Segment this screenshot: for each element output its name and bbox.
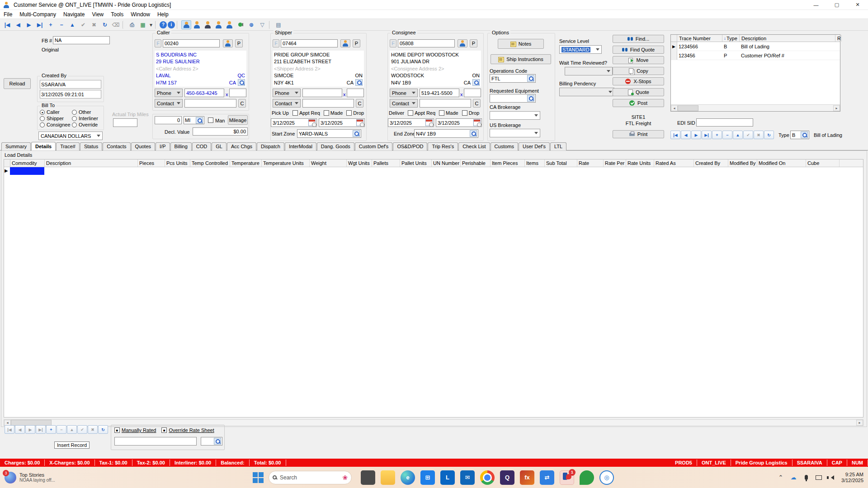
load-details-column-header[interactable]: Temp Controlled bbox=[190, 160, 230, 167]
rate-lookup-field[interactable] bbox=[201, 437, 222, 446]
caller-phone-type-select[interactable]: Phone bbox=[155, 89, 183, 97]
tab-acc-chgs[interactable]: Acc Chgs bbox=[227, 142, 256, 150]
scroll-right-icon[interactable]: ▸ bbox=[833, 105, 840, 111]
monitor-icon[interactable]: ▦ bbox=[138, 20, 148, 29]
detail-edit-button[interactable]: ▲ bbox=[67, 425, 77, 434]
load-details-column-header[interactable]: Rate bbox=[577, 160, 604, 167]
load-details-column-header[interactable]: Pallets bbox=[372, 160, 400, 167]
close-button[interactable]: ✕ bbox=[847, 0, 868, 10]
billto-caller-radio[interactable]: ●Caller bbox=[40, 109, 71, 115]
personnel-report-icon[interactable] bbox=[214, 20, 224, 29]
tab-user-defs[interactable]: User Def's bbox=[519, 142, 550, 150]
load-details-column-header[interactable]: Sub Total bbox=[545, 160, 577, 167]
help-icon[interactable]: ? bbox=[160, 21, 167, 28]
tab-billing[interactable]: Billing bbox=[170, 142, 192, 150]
menu-help[interactable]: Help bbox=[154, 10, 172, 19]
load-details-column-header[interactable]: Temperature bbox=[230, 160, 262, 167]
tab-customs[interactable]: Customs bbox=[491, 142, 518, 150]
map-pin-icon[interactable] bbox=[236, 20, 245, 29]
filter-icon[interactable]: ▽ bbox=[257, 20, 267, 29]
tab-gl[interactable]: GL bbox=[212, 142, 226, 150]
last-record-icon[interactable]: ▶| bbox=[35, 20, 45, 29]
mileage-button[interactable]: Mileage bbox=[228, 115, 248, 125]
caller-ext-field[interactable] bbox=[229, 89, 246, 97]
shipper-f-button[interactable]: F bbox=[273, 39, 279, 47]
post-button[interactable]: Post bbox=[613, 99, 664, 107]
onedrive-cloud-icon[interactable]: ☁ bbox=[788, 473, 798, 483]
caller-code-field[interactable] bbox=[163, 39, 220, 47]
start-button[interactable] bbox=[251, 471, 265, 484]
print-button[interactable]: Print bbox=[613, 130, 664, 138]
caller-c-button[interactable]: C bbox=[238, 99, 246, 108]
decl-value-field[interactable] bbox=[193, 127, 248, 136]
miles-unit-field[interactable]: MI bbox=[184, 116, 204, 124]
caller-phone-field[interactable] bbox=[184, 89, 224, 97]
prev-record-icon[interactable]: ◀ bbox=[13, 20, 23, 29]
calendar-icon[interactable] bbox=[473, 119, 481, 126]
deliver-appt-req-checkbox[interactable] bbox=[408, 110, 413, 116]
ca-brokerage-select[interactable] bbox=[490, 111, 540, 120]
insert-icon[interactable]: + bbox=[46, 20, 56, 29]
trace-prev-button[interactable]: ◀ bbox=[681, 131, 691, 139]
consignee-c-button[interactable]: C bbox=[473, 99, 481, 108]
menu-file[interactable]: File bbox=[0, 10, 16, 19]
trace-last-button[interactable]: ▶| bbox=[702, 131, 712, 139]
requested-equipment-field[interactable] bbox=[490, 94, 536, 103]
tab-summary[interactable]: Summary bbox=[1, 142, 31, 150]
billto-other-radio[interactable]: Other bbox=[72, 109, 98, 115]
override-rate-sheet-checkbox[interactable]: ■Override Rate Sheet bbox=[161, 427, 214, 433]
load-details-column-header[interactable]: Rated As bbox=[654, 160, 694, 167]
load-details-column-header[interactable]: Cube bbox=[806, 160, 840, 167]
man-checkbox[interactable] bbox=[208, 117, 213, 123]
taskbar-pin-app-icon[interactable] bbox=[580, 470, 594, 485]
trace-hscrollbar[interactable]: ◂ ▸ bbox=[671, 104, 840, 111]
move-button[interactable]: Move bbox=[613, 56, 664, 64]
detail-next-button[interactable]: ▶ bbox=[25, 425, 35, 434]
calendar-icon[interactable] bbox=[356, 119, 363, 126]
rate-field[interactable] bbox=[114, 437, 197, 446]
load-details-column-header[interactable]: Perishable bbox=[461, 160, 491, 167]
consignee-address-lookup-icon[interactable] bbox=[472, 79, 480, 86]
calendar-icon[interactable] bbox=[308, 119, 316, 126]
detail-accept-button[interactable]: ✔ bbox=[77, 425, 87, 434]
taskbar-chrome-icon[interactable] bbox=[480, 470, 495, 485]
load-details-column-header[interactable]: Rate Units bbox=[626, 160, 654, 167]
copy-button[interactable]: Copy bbox=[613, 67, 664, 75]
currency-select[interactable]: CANADIAN DOLLARS bbox=[38, 131, 103, 140]
fb-number-field[interactable] bbox=[53, 36, 110, 44]
tab-intermodal[interactable]: InterModal bbox=[285, 142, 316, 150]
shipper-contact-field[interactable] bbox=[302, 99, 354, 108]
trace-refresh-button[interactable]: ↻ bbox=[764, 131, 774, 139]
consignee-code-field[interactable] bbox=[398, 39, 455, 47]
minimize-button[interactable]: — bbox=[806, 0, 826, 10]
start-zone-field[interactable] bbox=[297, 129, 361, 138]
consignee-phone-type-select[interactable]: Phone bbox=[390, 89, 418, 97]
pickup-date-from-field[interactable] bbox=[271, 118, 317, 127]
trace-first-button[interactable]: |◀ bbox=[670, 131, 680, 139]
taskbar-store-icon[interactable]: ⊞ bbox=[420, 470, 435, 485]
next-record-icon[interactable]: ▶ bbox=[24, 20, 34, 29]
detail-insert-button[interactable]: + bbox=[46, 425, 56, 434]
caller-address-lookup-icon[interactable] bbox=[238, 79, 245, 86]
shipper-p-button[interactable]: P bbox=[353, 39, 360, 47]
detail-last-button[interactable]: ▶| bbox=[36, 425, 46, 434]
menu-tools[interactable]: Tools bbox=[107, 10, 127, 19]
reload-button[interactable]: Reload bbox=[4, 78, 31, 89]
tab-quotes[interactable]: Quotes bbox=[131, 142, 155, 150]
load-details-column-header[interactable]: Rate Per bbox=[604, 160, 626, 167]
shipper-ext-field[interactable] bbox=[347, 89, 364, 97]
service-level-select[interactable]: STANDARD bbox=[559, 45, 602, 54]
menu-view[interactable]: View bbox=[88, 10, 107, 19]
taskbar-fx-app-icon[interactable]: fx bbox=[520, 470, 534, 485]
tab-ltl[interactable]: LTL bbox=[550, 142, 566, 150]
tab-trace[interactable]: Trace# bbox=[56, 142, 80, 150]
trace-cancel-button[interactable]: ✖ bbox=[754, 131, 764, 139]
scroll-right-icon[interactable]: ▸ bbox=[856, 420, 863, 426]
actual-trip-miles-field[interactable] bbox=[113, 118, 137, 127]
caller-customer-button[interactable] bbox=[223, 39, 233, 47]
shipper-phone-type-select[interactable]: Phone bbox=[273, 89, 301, 97]
deliver-made-checkbox[interactable] bbox=[439, 110, 444, 116]
manually-rated-checkbox[interactable]: ■Manually Rated bbox=[114, 427, 156, 433]
customer-profile-icon[interactable] bbox=[192, 20, 202, 29]
tray-chevron-icon[interactable]: ⌃ bbox=[776, 473, 786, 483]
